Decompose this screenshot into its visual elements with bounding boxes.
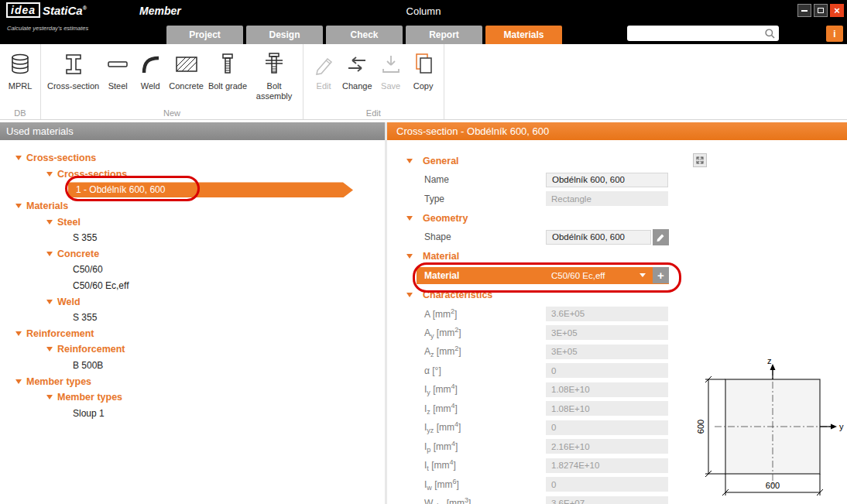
ribbon-group-new: Cross-section Steel Weld Concrete [41, 44, 303, 119]
field-label: Name [424, 174, 546, 185]
fit-view-icon [694, 155, 705, 166]
field-label: Ip [mm4] [424, 440, 546, 454]
ribbon-item-label: Weld [141, 81, 160, 91]
tree-item-c5060[interactable]: C50/60 [0, 262, 385, 278]
shape-field[interactable]: Obdélník 600, 600 [546, 230, 651, 245]
tab-report[interactable]: Report [406, 26, 482, 44]
tree-item-label: Materials [26, 201, 68, 211]
selected-item-highlight[interactable]: 1 - Obdélník 600, 600 [68, 182, 353, 197]
expand-triangle-icon[interactable] [46, 172, 53, 177]
iy-field: 1.08E+10 [546, 382, 668, 397]
materials-tree: Cross-sections Cross-sections 1 - Obdéln… [0, 140, 385, 504]
field-label: α [°] [424, 365, 546, 376]
info-button[interactable]: i [826, 26, 843, 42]
change-button[interactable]: Change [340, 47, 375, 93]
expand-triangle-icon[interactable] [15, 204, 22, 208]
expand-triangle-icon[interactable] [46, 300, 53, 304]
expand-triangle-icon[interactable] [46, 395, 53, 399]
collapse-triangle-icon [406, 254, 413, 259]
property-row-it: It [mm4]1.8274E+10 [387, 456, 683, 475]
tree-item-concrete[interactable]: Concrete [0, 246, 385, 262]
tree-item-weld-s355[interactable]: S 355 [0, 310, 385, 326]
minimize-icon [801, 10, 808, 12]
az-field: 3E+05 [546, 345, 668, 359]
minimize-button[interactable] [797, 4, 811, 17]
ribbon-group-label: New [41, 108, 303, 118]
tree-item-cross-sections-sub[interactable]: Cross-sections [0, 166, 385, 183]
bolt-assembly-icon [261, 49, 287, 80]
save-icon [378, 49, 404, 80]
new-weld-button[interactable]: Weld [134, 47, 166, 93]
expand-triangle-icon[interactable] [46, 252, 53, 256]
ay-field: 3E+05 [546, 325, 668, 340]
tab-design[interactable]: Design [246, 26, 323, 44]
tree-item-label: Steel [57, 217, 81, 228]
field-label: Material [424, 270, 546, 281]
mprl-button[interactable]: MPRL [4, 47, 36, 93]
tree-item-obdelnik-selected[interactable]: 1 - Obdélník 600, 600 [0, 182, 385, 198]
close-button[interactable]: × [830, 4, 844, 17]
ribbon-item-label: MPRL [9, 81, 33, 91]
section-material[interactable]: Material [387, 247, 683, 266]
tree-item-reinforcement-sub[interactable]: Reinforcement [0, 341, 385, 358]
new-bolt-assembly-button[interactable]: Bolt assembly [249, 47, 299, 103]
svg-text:600: 600 [696, 420, 705, 434]
property-row-iz: Iz [mm4]1.08E+10 [387, 399, 683, 419]
edit-button[interactable]: Edit [307, 47, 340, 93]
tree-item-b500b[interactable]: B 500B [0, 358, 385, 374]
ribbon-item-label: Bolt grade [208, 81, 247, 91]
tree-item-cross-sections[interactable]: Cross-sections [0, 150, 385, 166]
tree-item-label: Cross-sections [57, 169, 127, 180]
expand-triangle-icon[interactable] [46, 347, 53, 351]
property-row-alpha: α [°]0 [387, 362, 683, 381]
add-material-button[interactable]: + [653, 267, 669, 283]
field-label: Wel,y [mm3] [424, 496, 546, 504]
section-geometry[interactable]: Geometry [387, 208, 683, 228]
ribbon-group-edit: Edit Change Save Copy Edit [303, 44, 444, 119]
tree-item-s355[interactable]: S 355 [0, 230, 385, 246]
new-concrete-button[interactable]: Concrete [166, 47, 206, 93]
property-row-material: Material C50/60 Ec,eff + [387, 266, 683, 286]
edit-shape-button[interactable] [653, 229, 669, 245]
svg-text:y: y [839, 422, 844, 431]
section-general[interactable]: General [387, 151, 683, 170]
new-bolt-grade-button[interactable]: Bolt grade [206, 47, 249, 93]
tree-item-sloup1[interactable]: Sloup 1 [0, 406, 385, 422]
tab-check[interactable]: Check [326, 26, 403, 44]
copy-button[interactable]: Copy [407, 47, 440, 93]
tree-item-member-types[interactable]: Member types [0, 373, 385, 389]
search-input[interactable] [627, 29, 764, 38]
field-label: Iy [mm4] [424, 382, 546, 396]
tree-item-label: Reinforcement [57, 344, 125, 355]
material-select[interactable]: C50/60 Ec,eff [546, 268, 651, 283]
save-button[interactable]: Save [375, 47, 407, 93]
tab-project[interactable]: Project [166, 26, 243, 44]
ribbon-item-label: Cross-section [47, 81, 99, 91]
fit-view-button[interactable] [693, 153, 707, 167]
pencil-icon [656, 232, 666, 242]
tree-item-materials[interactable]: Materials [0, 198, 385, 214]
tree-item-member-types-sub[interactable]: Member types [0, 389, 385, 406]
expand-triangle-icon[interactable] [15, 156, 22, 160]
maximize-icon [818, 8, 824, 13]
expand-triangle-icon[interactable] [15, 379, 22, 384]
title-bar: idea StatiCa® Member Column × [0, 0, 847, 23]
ribbon-item-label: Steel [108, 81, 128, 91]
expand-triangle-icon[interactable] [15, 331, 22, 336]
tree-item-c5060-eceff[interactable]: C50/60 Ec,eff [0, 278, 385, 294]
section-characteristics[interactable]: Characteristics [387, 285, 683, 304]
expand-triangle-icon[interactable] [46, 220, 53, 225]
tree-item-steel[interactable]: Steel [0, 214, 385, 230]
ip-field: 2.16E+10 [546, 439, 668, 454]
bolt-grade-icon [214, 49, 241, 80]
tab-materials[interactable]: Materials [485, 26, 562, 44]
tree-item-weld[interactable]: Weld [0, 293, 385, 310]
property-row-wely: Wel,y [mm3]3.6E+07 [387, 494, 683, 504]
new-cross-section-button[interactable]: Cross-section [45, 47, 101, 93]
section-title: Material [423, 251, 459, 262]
maximize-button[interactable] [814, 4, 828, 17]
change-arrows-icon [344, 49, 370, 80]
name-field[interactable]: Obdélník 600, 600 [546, 173, 668, 187]
new-steel-button[interactable]: Steel [101, 47, 134, 93]
tree-item-reinforcement[interactable]: Reinforcement [0, 326, 385, 342]
